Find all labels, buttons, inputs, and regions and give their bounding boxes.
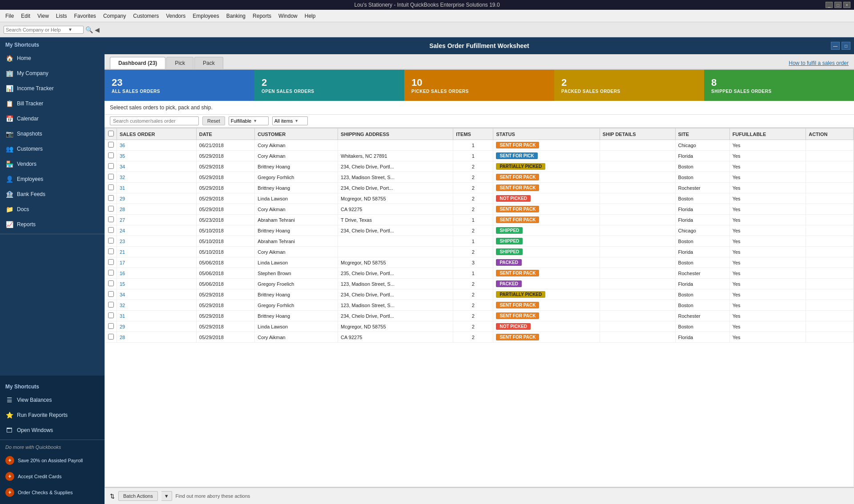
- row-checkbox-18[interactable]: [108, 334, 114, 340]
- stat-packed-orders[interactable]: 2 PACKED SALES ORDERS: [554, 70, 704, 101]
- sidebar-item-home[interactable]: 🏠 Home: [0, 51, 105, 66]
- order-link-13[interactable]: 15: [120, 281, 125, 287]
- search-icon-btn[interactable]: 🔍: [85, 26, 93, 33]
- sidebar-item-open-windows[interactable]: 🗔 Open Windows: [0, 423, 105, 438]
- order-link-9[interactable]: 23: [120, 239, 125, 244]
- sidebar-item-run-reports[interactable]: ⭐ Run Favorite Reports: [0, 408, 105, 423]
- col-items[interactable]: ITEMS: [453, 128, 493, 140]
- row-checkbox-3[interactable]: [108, 174, 114, 180]
- order-link-5[interactable]: 29: [120, 196, 125, 201]
- close-btn[interactable]: ×: [843, 2, 850, 8]
- batch-actions-button[interactable]: Batch Actions: [118, 491, 158, 501]
- row-checkbox-0[interactable]: [108, 142, 114, 148]
- sidebar-item-customers[interactable]: 👥 Customers: [0, 141, 105, 156]
- col-shipping-address[interactable]: SHIPPING ADDRESS: [338, 128, 453, 140]
- row-checkbox-9[interactable]: [108, 238, 114, 244]
- row-checkbox-7[interactable]: [108, 216, 114, 222]
- menu-file[interactable]: File: [2, 11, 17, 21]
- stat-all-orders[interactable]: 23 ALL SALES ORDERS: [105, 70, 254, 101]
- tab-dashboard[interactable]: Dashboard (23): [110, 57, 165, 69]
- collapse-sidebar-btn[interactable]: ◀: [95, 26, 100, 33]
- order-link-16[interactable]: 31: [120, 313, 125, 319]
- select-all-checkbox[interactable]: [108, 131, 114, 136]
- order-link-3[interactable]: 32: [120, 175, 125, 180]
- row-checkbox-13[interactable]: [108, 280, 114, 286]
- sidebar-item-docs[interactable]: 📁 Docs: [0, 202, 105, 217]
- sidebar-item-employees[interactable]: 👤 Employees: [0, 172, 105, 187]
- col-action[interactable]: ACTION: [806, 128, 854, 140]
- order-link-1[interactable]: 35: [120, 153, 125, 159]
- sidebar-item-income-tracker[interactable]: 📊 Income Tracker: [0, 81, 105, 96]
- fulfillable-dropdown[interactable]: Fulfillable ▼: [229, 116, 269, 125]
- order-link-2[interactable]: 34: [120, 164, 125, 169]
- menu-customers[interactable]: Customers: [129, 11, 162, 21]
- menu-vendors[interactable]: Vendors: [162, 11, 189, 21]
- reset-button[interactable]: Reset: [202, 116, 225, 125]
- menu-edit[interactable]: Edit: [17, 11, 34, 21]
- order-link-0[interactable]: 36: [120, 143, 125, 148]
- row-checkbox-10[interactable]: [108, 248, 114, 254]
- col-sales-order[interactable]: SALES ORDER: [117, 128, 197, 140]
- menu-employees[interactable]: Employees: [189, 11, 222, 21]
- row-checkbox-8[interactable]: [108, 227, 114, 233]
- row-checkbox-17[interactable]: [108, 323, 114, 329]
- order-link-8[interactable]: 24: [120, 228, 125, 233]
- sidebar-item-my-company[interactable]: 🏢 My Company: [0, 66, 105, 81]
- help-link[interactable]: How to fulfil a sales order: [789, 60, 849, 69]
- order-link-6[interactable]: 28: [120, 207, 125, 212]
- search-order-input[interactable]: [110, 116, 199, 125]
- menu-reports[interactable]: Reports: [249, 11, 275, 21]
- window-maximize-btn[interactable]: □: [842, 42, 850, 50]
- sidebar-item-view-balances[interactable]: ☰ View Balances: [0, 392, 105, 408]
- sidebar-item-calendar[interactable]: 📅 Calendar: [0, 111, 105, 126]
- order-link-10[interactable]: 21: [120, 249, 125, 255]
- row-checkbox-5[interactable]: [108, 195, 114, 201]
- row-checkbox-2[interactable]: [108, 163, 114, 169]
- sidebar-item-vendors[interactable]: 🏪 Vendors: [0, 156, 105, 172]
- tab-pick[interactable]: Pick: [166, 57, 193, 69]
- col-customer[interactable]: CUSTOMER: [255, 128, 338, 140]
- row-checkbox-15[interactable]: [108, 302, 114, 308]
- order-link-17[interactable]: 29: [120, 324, 125, 329]
- col-site[interactable]: SITE: [675, 128, 729, 140]
- stat-picked-orders[interactable]: 10 PICKED SALES ORDERS: [404, 70, 554, 101]
- row-checkbox-4[interactable]: [108, 184, 114, 190]
- row-checkbox-14[interactable]: [108, 291, 114, 297]
- stat-shipped-orders[interactable]: 8 SHIPPED SALES ORDERS: [704, 70, 854, 101]
- row-checkbox-11[interactable]: [108, 259, 114, 265]
- tab-pack[interactable]: Pack: [194, 57, 223, 69]
- sidebar-item-reports[interactable]: 📈 Reports: [0, 217, 105, 232]
- window-minimize-btn[interactable]: —: [831, 42, 840, 50]
- row-checkbox-12[interactable]: [108, 270, 114, 276]
- order-link-12[interactable]: 16: [120, 271, 125, 276]
- sidebar-promo-credit-cards[interactable]: + Accept Credit Cards: [0, 468, 105, 484]
- order-link-15[interactable]: 32: [120, 303, 125, 308]
- order-link-18[interactable]: 28: [120, 335, 125, 340]
- menu-help[interactable]: Help: [301, 11, 319, 21]
- menu-banking[interactable]: Banking: [223, 11, 249, 21]
- batch-actions-dropdown-btn[interactable]: ▼: [161, 491, 172, 501]
- row-checkbox-6[interactable]: [108, 206, 114, 212]
- menu-company[interactable]: Company: [100, 11, 129, 21]
- stat-open-orders[interactable]: 2 OPEN SALES ORDERS: [254, 70, 404, 101]
- col-fulfillable[interactable]: FUFUILLABLE: [729, 128, 806, 140]
- row-checkbox-1[interactable]: [108, 152, 114, 158]
- order-link-7[interactable]: 27: [120, 217, 125, 223]
- menu-favorites[interactable]: Favorites: [71, 11, 100, 21]
- col-date[interactable]: DATE: [196, 128, 255, 140]
- sidebar-item-snapshots[interactable]: 📷 Snapshots: [0, 126, 105, 141]
- menu-view[interactable]: View: [34, 11, 52, 21]
- minimize-btn[interactable]: _: [826, 2, 833, 8]
- sidebar-promo-payroll[interactable]: + Save 20% on Assisted Payroll: [0, 452, 105, 468]
- search-input[interactable]: [6, 27, 68, 32]
- items-dropdown[interactable]: All items ▼: [272, 116, 308, 125]
- maximize-btn[interactable]: □: [834, 2, 842, 8]
- sidebar-item-bank-feeds[interactable]: 🏦 Bank Feeds: [0, 187, 105, 202]
- col-status[interactable]: STATUS: [493, 128, 600, 140]
- menu-window[interactable]: Window: [275, 11, 301, 21]
- order-link-4[interactable]: 31: [120, 185, 125, 191]
- search-dropdown-btn[interactable]: ▼: [68, 27, 73, 32]
- col-ship-details[interactable]: SHIP DETAILS: [600, 128, 675, 140]
- sidebar-promo-checks[interactable]: + Order Checks & Supplies: [0, 484, 105, 500]
- order-link-11[interactable]: 17: [120, 260, 125, 265]
